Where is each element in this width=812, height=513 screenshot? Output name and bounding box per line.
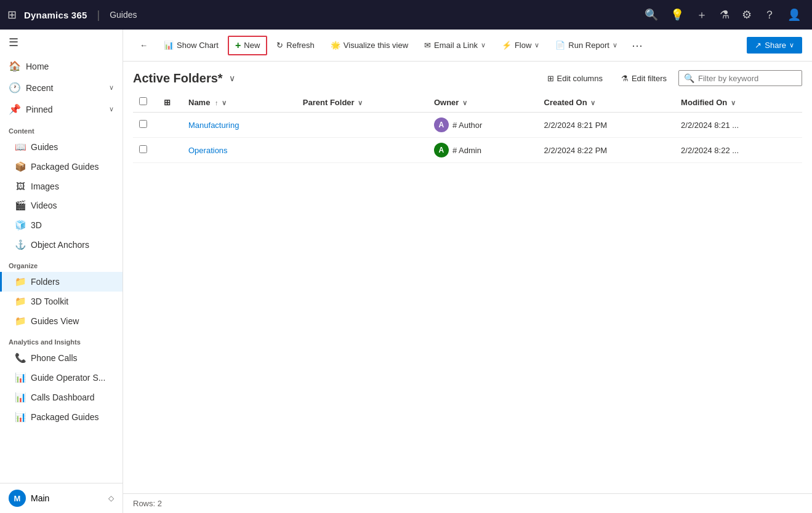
email-icon: ✉ [424, 41, 431, 50]
visualize-label: Visualize this view [344, 41, 408, 50]
footer-avatar: M [9, 490, 26, 507]
sidebar-item-phone-calls[interactable]: 📞 Phone Calls [0, 348, 123, 368]
new-button[interactable]: + New [228, 36, 267, 55]
run-report-label: Run Report [568, 41, 609, 50]
sidebar-item-3d[interactable]: 🧊 3D [0, 215, 123, 235]
email-link-label: Email a Link [434, 41, 478, 50]
hamburger-icon[interactable]: ☰ [0, 30, 123, 55]
owner-chevron-icon: ∨ [462, 99, 467, 106]
modified-on-chevron-icon: ∨ [731, 99, 736, 106]
videos-icon: 🎬 [15, 200, 26, 211]
flow-label: Flow [515, 41, 531, 50]
sidebar-item-folders[interactable]: 📁 Folders [0, 272, 123, 292]
images-label: Images [31, 181, 59, 191]
title-chevron-icon[interactable]: ∨ [229, 73, 235, 83]
sidebar-item-object-anchors[interactable]: ⚓ Object Anchors [0, 235, 123, 255]
footer-expand-icon[interactable]: ◇ [108, 494, 114, 503]
email-chevron-icon: ∨ [481, 41, 486, 49]
row-name-1: Operations [182, 138, 297, 163]
section-content: Content [0, 120, 123, 137]
filter-funnel-icon: ⚗ [621, 74, 629, 83]
row-name-link-1[interactable]: Operations [188, 146, 228, 155]
col-parent-folder[interactable]: Parent Folder ∨ [297, 92, 428, 113]
3d-toolkit-label: 3D Toolkit [31, 296, 68, 306]
share-button[interactable]: ↗ Share ∨ [747, 37, 802, 54]
sidebar-item-calls-dashboard[interactable]: 📊 Calls Dashboard [0, 388, 123, 407]
sidebar-item-guides[interactable]: 📖 Guides [0, 137, 123, 157]
row-checkbox-0[interactable] [139, 120, 147, 128]
sidebar-item-videos[interactable]: 🎬 Videos [0, 196, 123, 215]
calls-dashboard-icon: 📊 [15, 392, 26, 403]
app-name: Dynamics 365 [24, 10, 87, 20]
sidebar-item-guide-operator[interactable]: 📊 Guide Operator S... [0, 368, 123, 388]
visualize-icon: 🌟 [331, 41, 340, 50]
more-button[interactable]: ⋯ [627, 36, 648, 55]
created-on-chevron-icon: ∨ [590, 99, 595, 106]
row-name-link-0[interactable]: Manufacturing [188, 121, 239, 130]
filter-input-container: 🔍 [678, 70, 802, 86]
user-icon[interactable]: 👤 [787, 8, 801, 22]
sidebar-item-3d-toolkit[interactable]: 📁 3D Toolkit [0, 292, 123, 311]
chart-icon: 📊 [164, 41, 174, 50]
home-icon: 🏠 [9, 60, 21, 72]
sidebar-item-packaged-guides[interactable]: 📦 Packaged Guides [0, 157, 123, 177]
col-name[interactable]: Name ↑ ∨ [182, 92, 297, 113]
module-name: Guides [110, 10, 137, 20]
filter-icon[interactable]: ⚗ [720, 8, 730, 22]
phone-calls-label: Phone Calls [31, 353, 78, 363]
edit-columns-button[interactable]: ⊞ Edit columns [541, 71, 609, 86]
grid-icon[interactable]: ⊞ [7, 8, 17, 22]
top-nav: ⊞ Dynamics 365 | Guides 🔍 💡 ＋ ⚗ ⚙ ？ 👤 [0, 0, 812, 30]
settings-icon[interactable]: ⚙ [742, 8, 752, 22]
row-checkbox-1[interactable] [139, 145, 147, 153]
share-chevron-icon: ∨ [789, 41, 794, 49]
add-icon[interactable]: ＋ [696, 7, 707, 22]
sidebar-item-guides-view[interactable]: 📁 Guides View [0, 311, 123, 331]
row-modified-on-0: 2/2/2024 8:21 ... [675, 113, 802, 138]
back-button[interactable]: ← [133, 37, 155, 54]
flow-button[interactable]: ⚡ Flow ∨ [495, 37, 546, 54]
name-sort-icon: ↑ [215, 99, 219, 106]
search-icon: 🔍 [684, 73, 694, 83]
packaged-guides2-icon: 📊 [15, 412, 26, 423]
search-icon[interactable]: 🔍 [645, 8, 658, 22]
plus-icon: + [235, 40, 241, 51]
table-row: Operations A # Admin 2/2/2024 8:22 PM 2/… [133, 138, 802, 163]
row-parent-folder-1 [297, 138, 428, 163]
sidebar-item-pinned[interactable]: 📌 Pinned ∨ [0, 98, 123, 120]
filter-keyword-input[interactable] [698, 74, 797, 83]
flow-icon: ⚡ [502, 41, 512, 50]
refresh-button[interactable]: ↻ Refresh [270, 37, 321, 54]
row-modified-on-1: 2/2/2024 8:22 ... [675, 138, 802, 163]
share-label: Share [765, 41, 786, 50]
sidebar-item-packaged-guides2[interactable]: 📊 Packaged Guides [0, 407, 123, 427]
row-owner-0: A # Author [428, 113, 538, 138]
col-owner[interactable]: Owner ∨ [428, 92, 538, 113]
sidebar-item-images[interactable]: 🖼 Images [0, 177, 123, 196]
show-chart-button[interactable]: 📊 Show Chart [157, 37, 225, 54]
table-footer: Rows: 2 [123, 493, 812, 513]
show-chart-label: Show Chart [177, 41, 219, 50]
visualize-button[interactable]: 🌟 Visualize this view [324, 37, 415, 54]
columns-icon: ⊞ [547, 74, 554, 83]
lightbulb-icon[interactable]: 💡 [670, 8, 684, 22]
back-icon: ← [140, 41, 148, 50]
edit-filters-button[interactable]: ⚗ Edit filters [614, 71, 673, 86]
col-created-on[interactable]: Created On ∨ [538, 92, 675, 113]
run-report-button[interactable]: 📄 Run Report ∨ [549, 37, 624, 54]
refresh-label: Refresh [286, 41, 315, 50]
row-parent-folder-0 [297, 113, 428, 138]
help-icon[interactable]: ？ [764, 7, 775, 22]
images-icon: 🖼 [15, 181, 26, 191]
sidebar-pinned-label: Pinned [26, 105, 53, 114]
run-report-chevron-icon: ∨ [613, 41, 617, 49]
select-all-checkbox[interactable] [139, 97, 147, 105]
sidebar-item-recent[interactable]: 🕐 Recent ∨ [0, 77, 123, 98]
grid-title: Active Folders* [133, 71, 223, 86]
sidebar-item-home[interactable]: 🏠 Home [0, 55, 123, 77]
hierarchy-icon[interactable]: ⊞ [164, 98, 171, 107]
email-link-button[interactable]: ✉ Email a Link ∨ [417, 37, 492, 54]
sidebar-footer[interactable]: M Main ◇ [0, 483, 123, 513]
guides-label: Guides [31, 142, 58, 152]
col-modified-on[interactable]: Modified On ∨ [675, 92, 802, 113]
